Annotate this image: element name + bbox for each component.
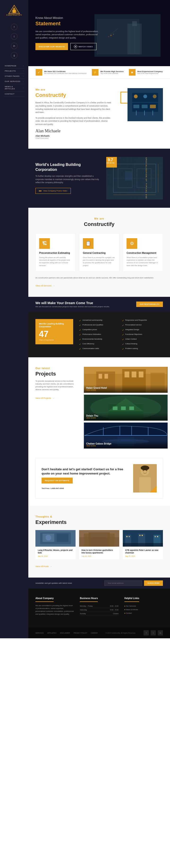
project-link-1[interactable]: VIEW MORE — [86, 389, 165, 391]
about-text: We are Constructify Based in Africa, the… — [35, 88, 113, 139]
footer-links: Helpful Links Our Services News & Articl… — [125, 596, 163, 616]
footer-bottom-link-5[interactable]: CAREER — [91, 632, 98, 634]
hero-subtitle: Know About Mission — [35, 16, 102, 20]
about-section: We are Constructify Based in Africa, the… — [28, 79, 170, 149]
footer-bottom-link-3[interactable]: DISCLAIMER — [60, 632, 70, 634]
corporate-desc: To further develop our corporate strengt… — [35, 175, 99, 184]
blog-date-1: July 16, 2015 — [38, 555, 73, 557]
footer-hours-item-1: Monday - Friday 8:00 - 6:00 — [80, 604, 118, 608]
nav-news[interactable]: NEWS & ARTICLES › — [4, 84, 25, 91]
cta-phone: Toll Free: 1-800-947-6543 — [41, 487, 129, 489]
estimate-button[interactable]: REQUEST AN ESTIMATE — [41, 477, 73, 484]
nav-other-pages[interactable]: OTHER PAGES › — [4, 74, 25, 79]
nav-menu: HOMEPAGE › PROJECTS › OTHER PAGES › OUR … — [0, 63, 28, 97]
check-icon-2: ✓ — [79, 324, 81, 327]
nav-homepage[interactable]: HOMEPAGE › — [4, 63, 25, 68]
logo[interactable]: CONSTRUCTIFY — [6, 5, 23, 19]
linkedin-icon[interactable]: in — [11, 42, 18, 49]
svg-rect-78 — [107, 534, 114, 547]
project-name-3: Chaban Galass Bridge — [86, 442, 165, 445]
service-icon-3: ⚙ — [127, 238, 137, 249]
discover-button[interactable]: DISCOVER OUR WEBSITE — [35, 43, 68, 50]
stat-svc-desc: Top of the most satisfied — [100, 72, 124, 74]
corporate-section: World's Leading Building Corporation To … — [28, 149, 170, 208]
facebook-icon[interactable]: f — [11, 24, 18, 30]
whyus-left: Worlds Leading Building Corporation 47 Y… — [35, 319, 73, 350]
svg-rect-23 — [142, 105, 147, 108]
subscribe-button[interactable]: SUBSCRIBE — [144, 580, 163, 586]
whyus-item-1: ✓ Unmatched workmanship — [79, 319, 120, 322]
twitter-icon[interactable]: t — [11, 33, 18, 40]
view-all-projects-link[interactable]: View All Projects — [35, 397, 54, 399]
hero-section: Know About Mission Statement We are comm… — [28, 0, 170, 66]
nav-projects[interactable]: PROJECTS › — [4, 68, 25, 74]
blog-grid: Lang D'Rourke: Moves, projects and bids … — [35, 530, 163, 559]
footer-bottom-link-4[interactable]: PRIVACY POLICY — [74, 632, 88, 634]
cta-text: Don't hesitate and let's get started! Co… — [41, 467, 129, 489]
view-all-posts-link[interactable]: View All Posts — [35, 565, 52, 568]
newsletter-input[interactable] — [104, 580, 142, 586]
check-icon-8: ✓ — [122, 319, 124, 322]
blog-date-2: July 16, 2015 — [81, 555, 117, 557]
service-card-2: 📋 General Contracting Once there is a co… — [79, 233, 119, 272]
cta-title: Don't hesitate and let's get started! Co… — [41, 467, 129, 476]
svg-rect-89 — [155, 536, 156, 537]
logo-icon — [8, 5, 20, 14]
check-icon-9: ✓ — [122, 324, 124, 327]
service-desc-1: During this phase we will carefully docu… — [39, 256, 72, 267]
hero-description: We are committed to providing the highes… — [35, 30, 102, 40]
svg-rect-88 — [142, 535, 143, 536]
check-icon-11: ✓ — [122, 334, 124, 336]
footer-bottom-link-1[interactable]: SERVICES — [35, 632, 44, 634]
project-name-2: Delain Thu — [86, 414, 165, 417]
stat-cert-desc: We received ISO certificate from interna… — [44, 72, 87, 74]
stat-certificate: ✓ We Have ISO Certificate We received IS… — [36, 69, 87, 75]
nav-services[interactable]: OUR SERVICES › — [4, 79, 25, 84]
footer-about-title: About Company — [35, 597, 54, 602]
footer-hours-title: Business Hours — [80, 597, 98, 602]
newsletter-form: SUBSCRIBE — [104, 580, 163, 586]
services-grid: 🏗 Preconstruction Estimating During this… — [35, 233, 163, 272]
footer-link-3[interactable]: Contact — [125, 611, 163, 615]
services-section: We are Constructify 🏗 Preconstruction Es… — [28, 208, 170, 297]
services-bottom-text: As construction partners who are passion… — [35, 277, 163, 279]
whyus-text-2: Professional and Qualified — [82, 324, 103, 327]
whyus-text-8: Responsive and Respectful — [125, 319, 147, 322]
project-link-2[interactable]: VIEW MORE — [86, 417, 165, 419]
watch-video-button[interactable]: ▶ WATCH VIDEO — [70, 43, 96, 50]
video-icon: ▶ — [39, 190, 42, 192]
svg-rect-76 — [89, 532, 110, 547]
footer-twitter-icon[interactable]: t — [150, 630, 156, 636]
rating-badge: 9.7 ★★★★★ — [106, 157, 117, 167]
footer-facebook-icon[interactable]: f — [143, 630, 149, 636]
svg-point-73 — [45, 535, 51, 540]
whyus-text-9: Personalised service — [125, 324, 142, 327]
sig-name: Alan Michaels — [35, 135, 113, 137]
responsibility-button[interactable]: OUR RESPONSIBILITY — [136, 302, 163, 307]
svg-rect-45 — [132, 371, 136, 377]
footer-linkedin-icon[interactable]: in — [158, 630, 163, 636]
video-button[interactable]: ▶ View Company Promo Video — [35, 188, 71, 194]
whyus-text-5: Environmental Sensitivity — [82, 338, 102, 341]
stat-exp-label: Most Experienced Company — [137, 70, 163, 72]
project-card-2: Delain Thu VIEW MORE — [84, 395, 168, 421]
hero-content: Know About Mission Statement We are comm… — [35, 16, 102, 50]
whyus-sub: Years of Experience — [39, 339, 70, 341]
blog-img-2 — [79, 530, 119, 547]
project-link-3[interactable]: VIEW MORE — [86, 445, 165, 447]
view-all-services-link[interactable]: View All Services — [35, 284, 55, 287]
projects-section: Our latest Projects To provide exception… — [28, 357, 170, 458]
footer-link-1[interactable]: Our Services — [125, 604, 163, 608]
whyus-text-12: Urban Context — [125, 338, 137, 341]
blog-img-3 — [123, 530, 163, 547]
google-icon[interactable]: g — [11, 52, 18, 59]
footer-links-list: Our Services News & Articles Contact — [125, 604, 163, 615]
nav-contact[interactable]: CONTACT — [4, 91, 25, 97]
signature: Alan Michaele — [35, 129, 113, 133]
rating-stars: ★★★★★ — [106, 162, 114, 164]
blog-title-1: Lang D'Rourke: Moves, projects and bids — [38, 549, 73, 554]
footer-about: About Company We are committed to provid… — [35, 596, 74, 616]
footer-link-2[interactable]: News & Articles — [125, 608, 163, 611]
footer-bottom-link-2[interactable]: AFFILIATES — [47, 632, 57, 634]
about-title: Constructify — [35, 92, 113, 98]
